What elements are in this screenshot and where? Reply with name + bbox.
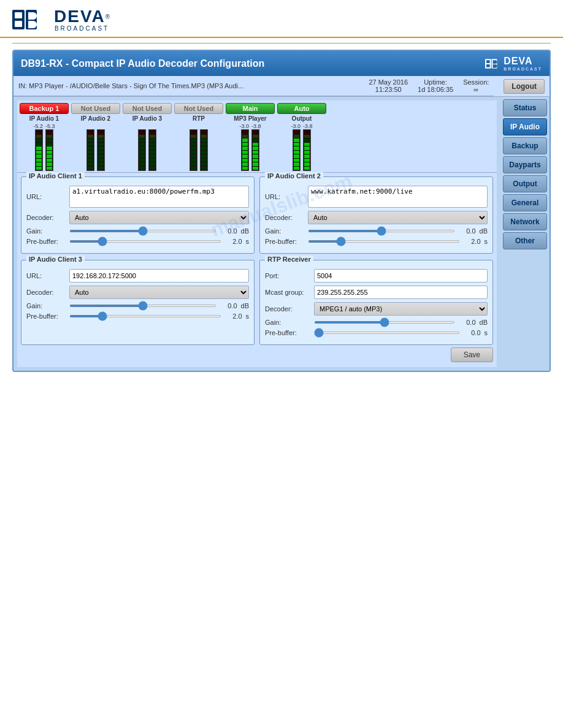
client2-prebuffer-row: Pre-buffer: 2.0 s bbox=[265, 238, 488, 245]
status-info-group: 27 May 2016 11:23:50 Uptime: 1d 18:06:35… bbox=[369, 78, 489, 93]
title-bar: DB91-RX - Compact IP Audio Decoder Confi… bbox=[13, 51, 550, 76]
vu-left-bar-not-used-2 bbox=[138, 129, 146, 171]
rtp-prebuffer-row: Pre-buffer: 0.0 s bbox=[265, 329, 488, 336]
client1-gain-slider[interactable] bbox=[69, 230, 216, 232]
sidebar-btn-other[interactable]: Other bbox=[503, 232, 547, 249]
client3-gain-label: Gain: bbox=[26, 302, 69, 309]
client3-decoder-row: Decoder: AutoMP3AACOPUS bbox=[26, 286, 249, 299]
vu-meter-pair-backup1 bbox=[35, 129, 53, 171]
vu-btn-main[interactable]: Main bbox=[226, 103, 275, 114]
title-bar-logo: DEVA BROADCAST bbox=[485, 56, 542, 71]
title-bar-db-icon bbox=[485, 57, 504, 70]
vu-btn-backup1[interactable]: Backup 1 bbox=[20, 103, 69, 114]
uptime-info: Uptime: 1d 18:06:35 bbox=[418, 78, 453, 93]
session-info: Session: ∞ bbox=[463, 78, 489, 93]
client2-gain-slider-wrap: 0.0 dB bbox=[308, 227, 488, 235]
client2-prebuffer-slider-wrap: 2.0 s bbox=[308, 238, 488, 245]
panels-row-2: IP Audio Client 3 URL: Decoder: AutoMP3A… bbox=[21, 260, 493, 345]
main-panel: Backup 1IP Audio 1-5.2 -5.3Not UsedIP Au… bbox=[13, 97, 500, 371]
save-button[interactable]: Save bbox=[451, 347, 493, 362]
panels-area: IP Audio Client 1 URL: Decoder: AutoMP3A… bbox=[17, 173, 497, 367]
vu-btn-not-used-2[interactable]: Not Used bbox=[123, 103, 172, 114]
sidebar-btn-network[interactable]: Network bbox=[503, 213, 547, 230]
client2-decoder-select[interactable]: AutoMP3AACOPUS bbox=[308, 211, 488, 224]
rtp-prebuffer-slider[interactable] bbox=[314, 332, 460, 334]
vu-right-bar-auto bbox=[303, 129, 311, 171]
vu-btn-not-used-3[interactable]: Not Used bbox=[174, 103, 223, 114]
client2-gain-unit: dB bbox=[480, 227, 488, 235]
client1-decoder-select[interactable]: AutoMP3AACOPUS bbox=[69, 211, 249, 224]
client2-gain-value: 0.0 bbox=[458, 227, 476, 235]
rtp-port-input[interactable] bbox=[314, 269, 488, 282]
client3-url-label: URL: bbox=[26, 272, 69, 279]
vu-left-bar-main bbox=[241, 129, 249, 171]
client3-prebuffer-label: Pre-buffer: bbox=[26, 313, 69, 320]
client3-url-input[interactable] bbox=[69, 269, 249, 282]
client1-prebuffer-unit: s bbox=[246, 238, 250, 245]
svg-rect-1 bbox=[15, 12, 22, 18]
title-text: DB91-RX - Compact IP Audio Decoder Confi… bbox=[21, 58, 264, 69]
logout-button[interactable]: Logout bbox=[504, 79, 545, 94]
vu-channel-auto: AutoOutput-3.0 -3.8 bbox=[277, 103, 326, 171]
client3-gain-slider[interactable] bbox=[69, 305, 216, 307]
ip-audio-client-1-panel: IP Audio Client 1 URL: Decoder: AutoMP3A… bbox=[21, 176, 255, 254]
client1-prebuffer-value: 2.0 bbox=[224, 238, 242, 245]
deva-text: DEVA bbox=[54, 7, 105, 26]
client1-url-input[interactable] bbox=[69, 186, 249, 208]
client1-prebuffer-slider-wrap: 2.0 s bbox=[69, 238, 249, 245]
rtp-mcast-input[interactable] bbox=[314, 286, 488, 299]
vu-right-bar-main bbox=[251, 129, 259, 171]
ip-audio-client-1-title: IP Audio Client 1 bbox=[26, 172, 85, 180]
client2-decoder-label: Decoder: bbox=[265, 214, 308, 221]
rtp-prebuffer-value: 0.0 bbox=[462, 329, 481, 336]
client2-gain-row: Gain: 0.0 dB bbox=[265, 227, 488, 235]
sidebar-btn-status[interactable]: Status bbox=[503, 99, 547, 116]
rtp-prebuffer-unit: s bbox=[484, 329, 488, 336]
rtp-prebuffer-label: Pre-buffer: bbox=[265, 329, 314, 336]
client2-gain-slider[interactable] bbox=[308, 230, 455, 232]
client1-decoder-row: Decoder: AutoMP3AACOPUS bbox=[26, 211, 249, 224]
client2-prebuffer-label: Pre-buffer: bbox=[265, 238, 308, 245]
sidebar-btn-ip-audio[interactable]: IP Audio bbox=[503, 118, 547, 135]
sidebar-btn-output[interactable]: Output bbox=[503, 175, 547, 192]
vu-db-labels-auto: -3.0 -3.8 bbox=[291, 123, 312, 129]
vu-meter-pair-main bbox=[241, 129, 259, 171]
vu-left-bar-backup1 bbox=[35, 129, 43, 171]
vu-left-bar-auto bbox=[293, 129, 301, 171]
client2-url-label: URL: bbox=[265, 193, 308, 200]
db-logo-icon bbox=[12, 6, 50, 33]
vu-channel-not-used-2: Not UsedIP Audio 3 bbox=[123, 103, 172, 171]
uptime-label: Uptime: bbox=[418, 78, 453, 86]
vu-btn-auto[interactable]: Auto bbox=[277, 103, 326, 114]
sidebar: StatusIP AudioBackupDaypartsOutputGenera… bbox=[500, 97, 550, 371]
header: DEVA® BROADCAST bbox=[0, 0, 563, 38]
client3-decoder-select[interactable]: AutoMP3AACOPUS bbox=[69, 286, 249, 299]
client3-decoder-label: Decoder: bbox=[26, 289, 69, 296]
client3-gain-row: Gain: 0.0 dB bbox=[26, 302, 249, 309]
vu-btn-not-used-1[interactable]: Not Used bbox=[71, 103, 120, 114]
vu-db-labels-not-used-1 bbox=[95, 123, 97, 129]
client1-prebuffer-slider[interactable] bbox=[69, 240, 221, 243]
broadcast-text: BROADCAST bbox=[54, 25, 110, 32]
rtp-gain-slider-wrap: 0.0 dB bbox=[314, 319, 488, 326]
client2-prebuffer-slider[interactable] bbox=[308, 240, 460, 243]
save-wrap: Save bbox=[21, 345, 493, 363]
rtp-receiver-title: RTP Receiver bbox=[265, 256, 313, 263]
uptime-value: 1d 18:06:35 bbox=[418, 86, 453, 93]
sidebar-btn-backup[interactable]: Backup bbox=[503, 137, 547, 154]
vu-sublabel-not-used-1: IP Audio 2 bbox=[81, 115, 110, 122]
status-bar: IN: MP3 Player - /AUDIO/Belle Stars - Si… bbox=[13, 76, 494, 96]
rtp-gain-label: Gain: bbox=[265, 319, 314, 326]
vu-right-bar-not-used-2 bbox=[148, 129, 156, 171]
client2-url-input[interactable] bbox=[308, 186, 488, 208]
rtp-gain-slider[interactable] bbox=[314, 321, 455, 324]
sidebar-btn-dayparts[interactable]: Dayparts bbox=[503, 156, 547, 173]
rtp-decoder-select[interactable]: MPEG1 / auto (MP3)AACOPUS bbox=[314, 302, 488, 316]
client3-prebuffer-value: 2.0 bbox=[224, 313, 242, 320]
vu-left-bar-not-used-3 bbox=[190, 129, 197, 171]
vu-right-bar-backup1 bbox=[45, 129, 53, 171]
client3-prebuffer-slider[interactable] bbox=[69, 315, 221, 317]
session-value: ∞ bbox=[463, 86, 489, 93]
client3-prebuffer-slider-wrap: 2.0 s bbox=[69, 313, 249, 320]
sidebar-btn-general[interactable]: General bbox=[503, 194, 547, 211]
